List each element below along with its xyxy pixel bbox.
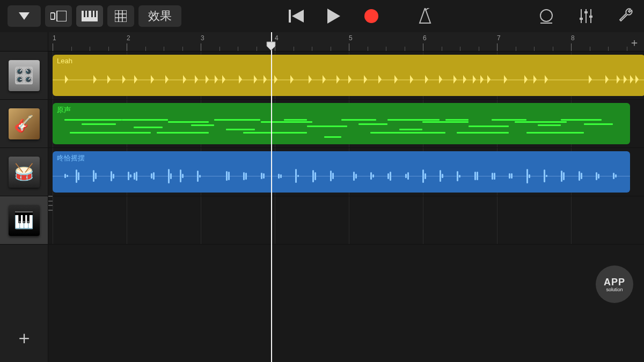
guitar-icon: 🎸: [9, 108, 40, 139]
ruler-bar-label: 3: [201, 34, 204, 42]
region-drums[interactable]: 咚恰摇摆: [53, 151, 630, 193]
chevron-down-icon: [19, 12, 30, 20]
toolbar: 效果: [0, 0, 644, 32]
svg-rect-4: [84, 11, 85, 17]
svg-rect-19: [589, 16, 592, 18]
view-tracks-button[interactable]: [76, 5, 103, 27]
panel-resize-grip[interactable]: [48, 196, 53, 211]
svg-marker-10: [327, 9, 340, 24]
region-acoustic-guitar[interactable]: 原声: [53, 103, 630, 144]
region-label: Leah: [57, 57, 72, 65]
track-header-drums[interactable]: 🥁: [0, 148, 48, 196]
lane-drums[interactable]: 咚恰摇摆: [48, 148, 644, 196]
svg-rect-2: [57, 11, 67, 21]
ruler-bar-label: 8: [571, 34, 575, 42]
svg-rect-6: [91, 11, 93, 17]
loop-button[interactable]: [536, 5, 557, 27]
region-label: 咚恰摇摆: [57, 153, 85, 163]
lane-piano[interactable]: [48, 196, 644, 245]
ruler-bar-label: 5: [349, 34, 353, 42]
piano-icon: 🎹: [9, 205, 40, 236]
drum-machine-icon: 🎛️: [9, 60, 40, 91]
metronome-icon: [418, 8, 433, 24]
watermark: APP solution: [596, 265, 633, 303]
settings-button[interactable]: [615, 5, 636, 27]
notes-icon: [50, 11, 67, 21]
fx-button[interactable]: 效果: [138, 5, 181, 27]
svg-point-12: [540, 10, 552, 21]
svg-rect-5: [87, 11, 89, 17]
record-button[interactable]: [361, 5, 382, 27]
watermark-sub: solution: [606, 287, 623, 292]
playhead[interactable]: [271, 32, 272, 362]
piano-keys-icon: [82, 11, 98, 21]
metronome-button[interactable]: [414, 5, 436, 27]
region-drum-machine[interactable]: Leah: [53, 55, 644, 96]
my-songs-button[interactable]: [8, 5, 41, 27]
plus-icon: ＋: [15, 326, 33, 350]
svg-marker-9: [292, 10, 304, 23]
svg-rect-7: [94, 11, 96, 17]
playhead-handle[interactable]: [266, 41, 276, 54]
lane-drum-machine[interactable]: Leah: [48, 51, 644, 100]
track-header-piano[interactable]: 🎹: [0, 196, 48, 245]
wrench-icon: [618, 8, 634, 24]
fx-label: 效果: [148, 8, 172, 24]
track-header-guitar[interactable]: 🎸: [0, 100, 48, 148]
svg-rect-18: [584, 11, 588, 13]
svg-rect-17: [580, 18, 583, 20]
track-header-drum-machine[interactable]: 🎛️: [0, 51, 48, 100]
play-icon: [327, 9, 340, 24]
region-label: 原声: [57, 105, 71, 115]
svg-marker-0: [19, 12, 30, 20]
rewind-button[interactable]: [286, 5, 307, 27]
view-notes-button[interactable]: [45, 5, 72, 27]
svg-line-11: [425, 8, 430, 10]
playhead-handle-icon: [266, 41, 276, 51]
add-track-button[interactable]: ＋: [0, 314, 48, 362]
watermark-main: APP: [604, 277, 625, 288]
ruler-bar-label: 7: [497, 34, 501, 42]
track-lanes: Leah原声咚恰摇摆: [48, 51, 644, 245]
timeline-area[interactable]: ＋ 12345678 Leah原声咚恰摇摆: [48, 32, 644, 362]
workspace: 🎛️ 🎸 🥁 🎹 ＋ ＋ 12345678: [0, 32, 644, 362]
record-icon: [364, 9, 378, 23]
sliders-icon: [578, 8, 594, 24]
mixer-button[interactable]: [575, 5, 597, 27]
lane-acoustic-guitar[interactable]: 原声: [48, 100, 644, 148]
ruler-bar-label: 1: [53, 34, 56, 42]
rewind-icon: [289, 10, 304, 23]
ruler[interactable]: ＋ 12345678: [48, 32, 644, 51]
svg-rect-1: [50, 13, 55, 19]
loop-icon: [538, 8, 554, 24]
plus-icon: ＋: [629, 36, 640, 48]
ruler-bar-label: 2: [127, 34, 130, 42]
drumkit-icon: 🥁: [9, 157, 40, 188]
grid-icon: [115, 10, 127, 22]
ruler-bar-label: 6: [423, 34, 427, 42]
track-header-column: 🎛️ 🎸 🥁 🎹 ＋: [0, 32, 48, 362]
view-grid-button[interactable]: [107, 5, 134, 27]
add-marker-button[interactable]: ＋: [629, 35, 640, 50]
play-button[interactable]: [323, 5, 345, 27]
svg-rect-8: [289, 10, 291, 23]
